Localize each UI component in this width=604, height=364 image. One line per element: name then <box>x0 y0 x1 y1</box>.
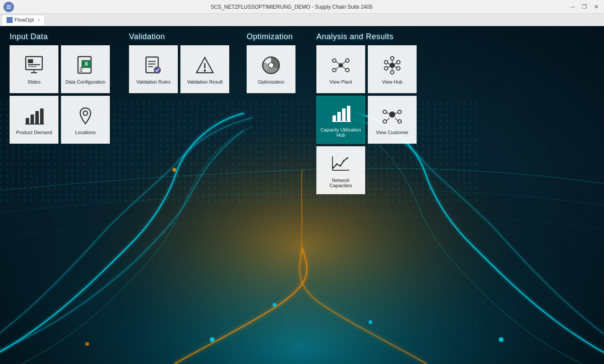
svg-rect-47 <box>26 118 29 124</box>
svg-line-98 <box>395 118 398 121</box>
tile-validation-result-label: Validation Result <box>187 79 223 84</box>
tile-validation-result[interactable]: Validation Result <box>180 45 229 93</box>
tab-label: FlowOpt <box>14 17 34 23</box>
tab-flowopt[interactable]: FlowOpt × <box>2 15 45 25</box>
slides-icon <box>23 54 45 76</box>
svg-point-62 <box>268 63 274 68</box>
svg-point-0 <box>7 5 8 6</box>
svg-point-63 <box>339 63 343 67</box>
locations-icon <box>74 104 97 127</box>
svg-rect-88 <box>347 106 350 121</box>
tile-view-plant[interactable]: View Plant <box>316 45 365 93</box>
svg-line-68 <box>336 61 339 64</box>
tab-icon <box>7 17 13 23</box>
svg-point-78 <box>384 61 388 64</box>
view-plant-icon <box>329 54 352 77</box>
svg-point-103 <box>339 165 341 167</box>
menu-button[interactable] <box>3 2 14 12</box>
tile-locations[interactable]: Locations <box>61 96 110 144</box>
svg-text:0 1 0 0 1 1 0 1 0 0 1 0 1 0 0 : 0 1 0 0 1 1 0 1 0 0 1 0 1 0 0 1 1 0 1 0 … <box>0 162 478 166</box>
tab-bar: FlowOpt × <box>0 14 604 26</box>
svg-point-66 <box>333 68 336 72</box>
validation-result-icon <box>193 54 216 77</box>
svg-line-84 <box>388 63 390 64</box>
svg-line-95 <box>387 113 390 114</box>
section-header-input-data: Input Data <box>10 32 48 41</box>
svg-point-102 <box>336 163 338 165</box>
svg-rect-38 <box>28 66 37 67</box>
tab-close-button[interactable]: × <box>37 17 40 23</box>
svg-rect-85 <box>333 115 336 121</box>
tile-view-hub-label: View Hub <box>382 79 403 84</box>
maximize-button[interactable]: ❐ <box>580 3 589 11</box>
tile-view-plant-label: View Plant <box>329 79 352 84</box>
svg-line-81 <box>394 66 397 67</box>
tile-data-configuration-label: Data Configuration <box>65 79 105 85</box>
svg-point-30 <box>210 337 214 342</box>
tile-optimization[interactable]: Optimization <box>247 45 295 93</box>
svg-point-60 <box>204 70 206 72</box>
optimization-icon <box>260 54 282 77</box>
section-header-analysis: Analysis and Results <box>316 32 394 41</box>
svg-point-6 <box>10 5 11 6</box>
capacity-utilization-hub-icon <box>329 102 352 125</box>
svg-point-64 <box>333 59 336 62</box>
window-title: SCS_NETZFLUSSOPTIMIERUNG_DEMO - Supply C… <box>14 4 569 10</box>
close-button[interactable]: ✕ <box>592 3 601 11</box>
title-bar-left <box>3 2 14 12</box>
svg-rect-37 <box>28 64 40 65</box>
svg-point-91 <box>383 110 387 114</box>
svg-point-104 <box>343 160 345 162</box>
svg-point-67 <box>346 68 349 72</box>
svg-text:0 0 1 0 1 0 1 1 0 0 1 0 1 0 1 : 0 0 1 0 1 0 1 1 0 0 1 0 1 0 1 1 0 0 1 0 … <box>0 175 478 179</box>
svg-point-94 <box>398 120 401 123</box>
svg-text:1 0 0 1 1 0 1 0 1 0 0 1 1 0 1 : 1 0 0 1 1 0 1 0 1 0 0 1 1 0 1 0 1 0 0 1 … <box>0 156 478 160</box>
svg-point-77 <box>384 67 388 70</box>
svg-line-80 <box>394 63 397 64</box>
svg-text:1 0 1 1 0 0 1 0 1 1 0 1 0 1 1 : 1 0 1 1 0 0 1 0 1 1 0 1 0 1 1 0 0 1 0 1 … <box>0 193 478 197</box>
network-capacities-icon <box>329 152 352 175</box>
svg-point-72 <box>390 63 395 68</box>
tile-validation-rules[interactable]: Validation Rules <box>129 45 178 93</box>
tile-optimization-label: Optimization <box>258 79 284 84</box>
view-hub-icon <box>381 54 404 77</box>
svg-line-70 <box>336 67 339 69</box>
tile-capacity-utilization-hub[interactable]: Capacity Utilization Hub <box>316 96 365 144</box>
section-header-optimization: Optimization <box>247 32 293 41</box>
svg-point-74 <box>397 61 400 64</box>
svg-point-105 <box>346 157 348 159</box>
svg-line-96 <box>395 113 398 114</box>
window-controls: ─ ❐ ✕ <box>569 3 601 11</box>
tile-capacity-utilization-hub-label: Capacity Utilization Hub <box>320 127 361 138</box>
svg-text:1 0 1 1 0 0 1 0 1 1 0 1 0 1 1 : 1 0 1 1 0 0 1 0 1 1 0 1 0 1 1 0 0 1 0 1 … <box>0 169 478 172</box>
main-content: 0 1 0 0 1 1 0 1 0 0 1 0 1 0 0 1 1 0 1 0 … <box>0 26 604 364</box>
svg-rect-36 <box>28 59 33 63</box>
tile-slides-label: Slides <box>27 79 41 85</box>
svg-point-31 <box>273 303 276 307</box>
minimize-button[interactable]: ─ <box>569 3 577 11</box>
tile-network-capacities[interactable]: Network Capacities <box>316 146 365 194</box>
svg-point-76 <box>390 71 394 74</box>
tile-view-customer[interactable]: View Customer <box>368 96 417 144</box>
tile-product-demand[interactable]: Product Demand <box>10 96 58 144</box>
tile-view-hub[interactable]: View Hub <box>368 45 417 93</box>
svg-point-52 <box>83 111 88 115</box>
svg-rect-48 <box>31 115 34 124</box>
svg-line-69 <box>343 61 346 64</box>
tile-data-configuration[interactable]: X Data Configuration <box>61 45 110 93</box>
svg-point-65 <box>346 59 349 62</box>
svg-text:0 1 1 0 0 1 0 1 0 1 1 0 0 1 0 : 0 1 1 0 0 1 0 1 0 1 1 0 0 1 0 1 0 1 1 0 … <box>0 150 478 154</box>
svg-rect-50 <box>40 108 44 124</box>
svg-point-3 <box>8 5 10 6</box>
svg-point-4 <box>8 6 10 7</box>
svg-point-92 <box>398 110 401 114</box>
svg-point-2 <box>7 8 8 9</box>
svg-line-83 <box>388 66 390 67</box>
svg-rect-35 <box>26 57 42 70</box>
tile-product-demand-label-text: Product Demand <box>16 130 52 135</box>
view-customer-icon <box>381 104 404 127</box>
tile-slides[interactable]: Slides <box>10 45 58 93</box>
svg-text:0 0 1 0 1 0 1 1 0 0 1 0 1 0 1 : 0 0 1 0 1 0 1 1 0 0 1 0 1 0 1 1 0 0 1 0 … <box>0 199 478 203</box>
svg-point-101 <box>333 167 334 169</box>
product-demand-icon <box>23 104 45 127</box>
